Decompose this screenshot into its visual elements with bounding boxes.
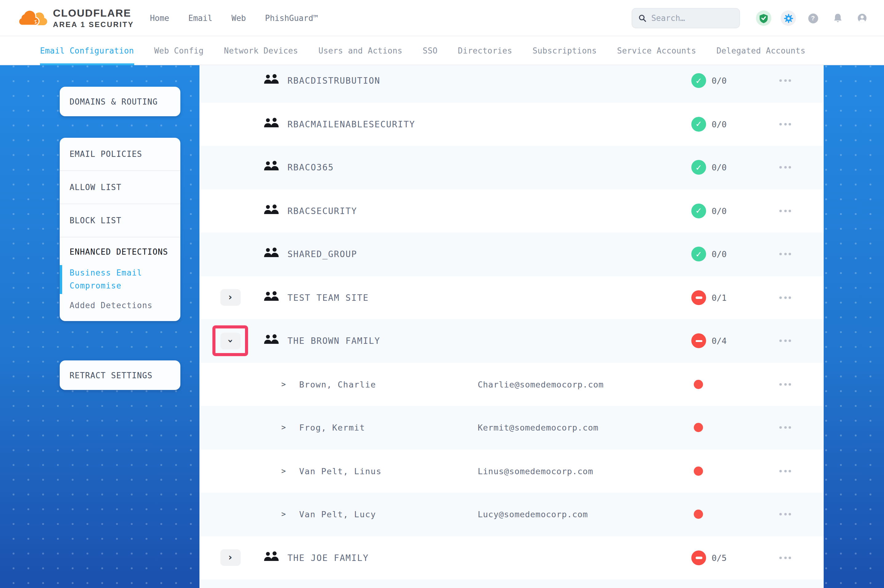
status-count: 0/4 <box>712 336 727 346</box>
chevron-right-icon[interactable]: > <box>281 380 286 389</box>
member-email: Lucy@somedemocorp.com <box>478 510 588 519</box>
group-name: TEST TEAM SITE <box>287 293 369 303</box>
status-red-dot <box>694 510 703 519</box>
status-count: 0/0 <box>712 76 727 86</box>
check-icon: ✓ <box>695 120 702 129</box>
row-menu-button[interactable] <box>777 164 794 171</box>
sidebar-item-retract-settings[interactable]: RETRACT SETTINGS <box>60 360 180 390</box>
content-panel: RBACDISTRUBUTION✓0/0RBACMAILENABLESECURI… <box>200 65 824 588</box>
status-check-badge: ✓ <box>691 117 706 132</box>
status-count: 0/0 <box>712 163 727 172</box>
chevron-right-icon[interactable]: > <box>281 467 286 476</box>
check-icon: ✓ <box>695 250 702 259</box>
top-header: CLOUDFLARE AREA 1 SECURITY Home Email We… <box>0 0 884 36</box>
group-table: RBACDISTRUBUTION✓0/0RBACMAILENABLESECURI… <box>200 65 824 588</box>
sidebar-item-block-list[interactable]: BLOCK LIST <box>60 204 180 237</box>
row-menu-button[interactable] <box>777 381 794 388</box>
tab-delegated-accounts[interactable]: Delegated Accounts <box>717 36 806 65</box>
group-icon <box>263 551 280 565</box>
chevron-right-icon[interactable]: > <box>281 510 286 519</box>
tab-subscriptions[interactable]: Subscriptions <box>532 36 597 65</box>
check-icon: ✓ <box>695 163 702 172</box>
expand-wrap: › <box>212 543 248 573</box>
main-area: DOMAINS & ROUTING EMAIL POLICIES ALLOW L… <box>0 65 884 588</box>
member-row: >Brown, CharlieCharlie@somedemocorp.com <box>200 363 824 406</box>
top-nav: Home Email Web PhishGuard™ <box>150 13 318 22</box>
minus-icon <box>695 297 702 298</box>
help-icon[interactable]: ? <box>805 10 821 26</box>
group-name: RBACDISTRUBUTION <box>287 76 380 86</box>
notifications-bell-icon[interactable] <box>830 10 845 26</box>
expand-button[interactable]: › <box>220 549 241 566</box>
group-name: SHARED_GROUP <box>287 249 357 259</box>
group-icon <box>263 247 280 261</box>
group-row: ›THE BROWN FAMILY0/4 <box>200 319 824 363</box>
tab-network-devices[interactable]: Network Devices <box>224 36 298 65</box>
status-count: 0/5 <box>712 553 727 563</box>
check-icon: ✓ <box>695 76 702 86</box>
row-menu-button[interactable] <box>777 338 794 345</box>
expand-button[interactable]: › <box>220 290 241 306</box>
tab-sso[interactable]: SSO <box>422 36 437 65</box>
sidebar-policies-card: EMAIL POLICIES ALLOW LIST BLOCK LIST ENH… <box>60 138 180 321</box>
row-menu-button[interactable] <box>777 250 794 258</box>
status-check-badge: ✓ <box>691 160 706 175</box>
group-name: RBACSECURITY <box>287 206 357 216</box>
group-name: THE BROWN FAMILY <box>287 336 380 346</box>
tab-service-accounts[interactable]: Service Accounts <box>617 36 696 65</box>
chevron-right-icon: › <box>229 553 232 562</box>
chevron-right-icon[interactable]: > <box>281 423 286 432</box>
config-tab-bar: Email Configuration Web Config Network D… <box>0 36 884 65</box>
cloudflare-logo: CLOUDFLARE AREA 1 SECURITY <box>17 7 134 28</box>
row-menu-button[interactable] <box>777 468 794 475</box>
cloudflare-cloud-icon <box>17 8 49 28</box>
row-menu-button[interactable] <box>777 511 794 518</box>
tab-users-and-actions[interactable]: Users and Actions <box>318 36 402 65</box>
status-red-dot <box>694 466 703 476</box>
nav-phishguard[interactable]: PhishGuard™ <box>265 13 318 22</box>
row-menu-button[interactable] <box>777 424 794 432</box>
sidebar-item-allow-list[interactable]: ALLOW LIST <box>60 171 180 204</box>
search-input[interactable] <box>651 14 733 23</box>
status-count: 0/0 <box>712 249 727 259</box>
account-user-icon[interactable] <box>854 10 870 26</box>
row-menu-button[interactable] <box>777 120 794 128</box>
group-row: RBACDISTRUBUTION✓0/0 <box>200 65 824 102</box>
group-name: RBACO365 <box>287 163 334 172</box>
shield-check-icon[interactable] <box>756 10 771 26</box>
nav-web[interactable]: Web <box>232 13 246 22</box>
search-icon <box>638 14 646 23</box>
row-menu-button[interactable] <box>777 554 794 561</box>
nav-home[interactable]: Home <box>150 13 169 22</box>
minus-icon <box>695 340 702 342</box>
member-row: >Van Pelt, LucyLucy@somedemocorp.com <box>200 493 824 536</box>
group-row: RBACSECURITY✓0/0 <box>200 189 824 232</box>
group-name: THE JOE FAMILY <box>287 553 369 563</box>
group-icon <box>263 117 280 131</box>
row-menu-button[interactable] <box>777 294 794 302</box>
sidebar-item-added-detections[interactable]: Added Detections <box>69 301 170 310</box>
brand-line-2: AREA 1 SECURITY <box>53 20 134 28</box>
row-menu-button[interactable] <box>777 207 794 214</box>
group-icon <box>263 204 280 218</box>
status-red-dot <box>694 423 703 432</box>
sidebar-item-email-policies[interactable]: EMAIL POLICIES <box>60 138 180 171</box>
nav-email[interactable]: Email <box>188 13 212 22</box>
sidebar-item-domains-routing[interactable]: DOMAINS & ROUTING <box>60 87 180 116</box>
member-name: Frog, Kermit <box>299 423 365 433</box>
group-icon <box>263 160 280 175</box>
row-menu-button[interactable] <box>777 77 794 85</box>
tab-web-config[interactable]: Web Config <box>154 36 204 65</box>
tab-directories[interactable]: Directories <box>458 36 513 65</box>
check-icon: ✓ <box>695 206 702 216</box>
tab-email-configuration[interactable]: Email Configuration <box>40 36 134 65</box>
group-icon <box>263 74 280 88</box>
settings-gear-icon[interactable] <box>780 10 796 26</box>
sidebar-item-business-email-compromise[interactable]: Business Email Compromise <box>69 267 170 292</box>
group-row: RBACMAILENABLESECURITY✓0/0 <box>200 102 824 146</box>
collapse-button[interactable]: › <box>220 333 241 350</box>
top-icon-bar: ? <box>756 0 870 36</box>
expand-wrap: › <box>212 282 248 313</box>
member-name: Brown, Charlie <box>299 380 376 389</box>
group-row: ›TEST TEAM SITE0/1 <box>200 276 824 319</box>
